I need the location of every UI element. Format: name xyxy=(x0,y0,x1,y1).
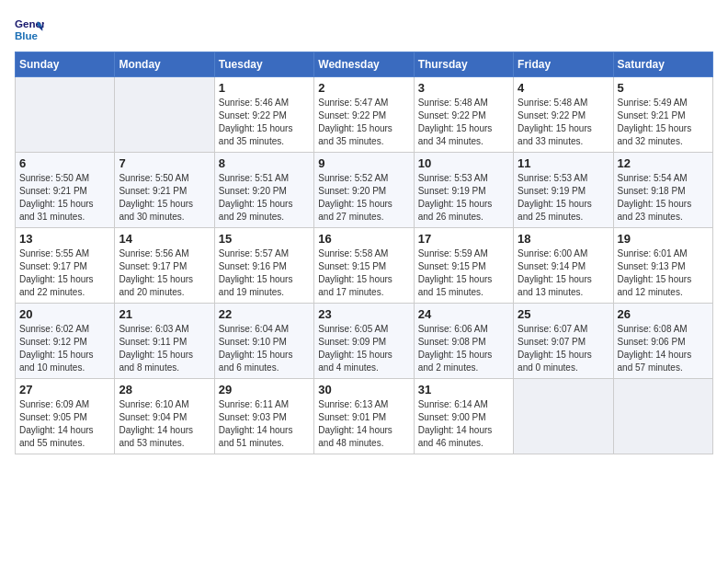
day-info: Sunrise: 5:53 AMSunset: 9:19 PMDaylight:… xyxy=(418,172,509,224)
day-number: 25 xyxy=(518,307,609,321)
day-info: Sunrise: 5:48 AMSunset: 9:22 PMDaylight:… xyxy=(418,97,509,148)
page-header: General Blue xyxy=(15,15,713,44)
day-number: 11 xyxy=(518,156,609,170)
day-number: 31 xyxy=(418,383,509,396)
calendar-cell: 21Sunrise: 6:03 AMSunset: 9:11 PMDayligh… xyxy=(115,304,214,379)
day-number: 9 xyxy=(318,156,409,170)
day-number: 6 xyxy=(19,156,110,170)
day-number: 21 xyxy=(119,307,210,321)
calendar-week-row: 1Sunrise: 5:46 AMSunset: 9:22 PMDaylight… xyxy=(16,77,713,153)
weekday-header: Tuesday xyxy=(214,52,313,77)
day-info: Sunrise: 5:52 AMSunset: 9:20 PMDaylight:… xyxy=(318,172,409,224)
calendar-cell: 15Sunrise: 5:57 AMSunset: 9:16 PMDayligh… xyxy=(214,228,313,304)
calendar-cell: 13Sunrise: 5:55 AMSunset: 9:17 PMDayligh… xyxy=(16,228,115,304)
day-number: 18 xyxy=(518,232,609,246)
calendar-cell: 8Sunrise: 5:51 AMSunset: 9:20 PMDaylight… xyxy=(214,153,313,228)
calendar-cell: 29Sunrise: 6:11 AMSunset: 9:03 PMDayligh… xyxy=(214,379,313,454)
day-number: 29 xyxy=(219,383,310,396)
day-info: Sunrise: 6:14 AMSunset: 9:00 PMDaylight:… xyxy=(418,398,509,450)
calendar-cell: 19Sunrise: 6:01 AMSunset: 9:13 PMDayligh… xyxy=(613,228,712,304)
calendar-cell: 23Sunrise: 6:05 AMSunset: 9:09 PMDayligh… xyxy=(314,304,414,379)
calendar-cell: 5Sunrise: 5:49 AMSunset: 9:21 PMDaylight… xyxy=(613,77,712,153)
calendar-cell: 27Sunrise: 6:09 AMSunset: 9:05 PMDayligh… xyxy=(16,379,115,454)
day-info: Sunrise: 5:46 AMSunset: 9:22 PMDaylight:… xyxy=(219,97,310,148)
day-number: 5 xyxy=(618,81,709,95)
day-number: 24 xyxy=(418,307,509,321)
day-number: 28 xyxy=(119,383,210,396)
day-number: 12 xyxy=(618,156,709,170)
weekday-header: Friday xyxy=(514,52,613,77)
day-number: 3 xyxy=(418,81,509,95)
day-number: 23 xyxy=(318,307,409,321)
calendar-header: SundayMondayTuesdayWednesdayThursdayFrid… xyxy=(16,52,713,77)
day-info: Sunrise: 5:51 AMSunset: 9:20 PMDaylight:… xyxy=(219,172,310,224)
day-number: 4 xyxy=(518,81,609,95)
day-number: 30 xyxy=(318,383,409,396)
day-number: 2 xyxy=(318,81,409,95)
calendar-cell xyxy=(613,379,712,454)
svg-text:Blue: Blue xyxy=(15,30,39,41)
day-info: Sunrise: 5:49 AMSunset: 9:21 PMDaylight:… xyxy=(618,97,709,148)
day-number: 16 xyxy=(318,232,409,246)
calendar-week-row: 27Sunrise: 6:09 AMSunset: 9:05 PMDayligh… xyxy=(16,379,713,454)
calendar-cell: 11Sunrise: 5:53 AMSunset: 9:19 PMDayligh… xyxy=(514,153,613,228)
weekday-header: Thursday xyxy=(414,52,513,77)
day-info: Sunrise: 6:00 AMSunset: 9:14 PMDaylight:… xyxy=(518,247,609,299)
day-info: Sunrise: 5:53 AMSunset: 9:19 PMDaylight:… xyxy=(518,172,609,224)
weekday-header: Monday xyxy=(115,52,214,77)
calendar-cell xyxy=(16,77,115,153)
calendar-cell: 2Sunrise: 5:47 AMSunset: 9:22 PMDaylight… xyxy=(314,77,414,153)
day-info: Sunrise: 6:01 AMSunset: 9:13 PMDaylight:… xyxy=(618,247,709,299)
calendar-table: SundayMondayTuesdayWednesdayThursdayFrid… xyxy=(15,52,713,454)
day-number: 22 xyxy=(219,307,310,321)
logo: General Blue xyxy=(15,15,44,44)
day-info: Sunrise: 5:50 AMSunset: 9:21 PMDaylight:… xyxy=(119,172,210,224)
day-number: 1 xyxy=(219,81,310,95)
calendar-cell: 7Sunrise: 5:50 AMSunset: 9:21 PMDaylight… xyxy=(115,153,214,228)
calendar-cell: 16Sunrise: 5:58 AMSunset: 9:15 PMDayligh… xyxy=(314,228,414,304)
day-info: Sunrise: 6:11 AMSunset: 9:03 PMDaylight:… xyxy=(219,398,310,450)
header-row: SundayMondayTuesdayWednesdayThursdayFrid… xyxy=(16,52,713,77)
day-info: Sunrise: 6:10 AMSunset: 9:04 PMDaylight:… xyxy=(119,398,210,450)
calendar-cell: 22Sunrise: 6:04 AMSunset: 9:10 PMDayligh… xyxy=(214,304,313,379)
calendar-body: 1Sunrise: 5:46 AMSunset: 9:22 PMDaylight… xyxy=(16,77,713,454)
calendar-cell: 6Sunrise: 5:50 AMSunset: 9:21 PMDaylight… xyxy=(16,153,115,228)
calendar-cell: 1Sunrise: 5:46 AMSunset: 9:22 PMDaylight… xyxy=(214,77,313,153)
day-number: 17 xyxy=(418,232,509,246)
day-info: Sunrise: 5:56 AMSunset: 9:17 PMDaylight:… xyxy=(119,247,210,299)
weekday-header: Saturday xyxy=(613,52,712,77)
day-info: Sunrise: 5:54 AMSunset: 9:18 PMDaylight:… xyxy=(618,172,709,224)
calendar-cell: 4Sunrise: 5:48 AMSunset: 9:22 PMDaylight… xyxy=(514,77,613,153)
day-info: Sunrise: 5:47 AMSunset: 9:22 PMDaylight:… xyxy=(318,97,409,148)
logo-icon: General Blue xyxy=(15,15,44,44)
calendar-cell: 9Sunrise: 5:52 AMSunset: 9:20 PMDaylight… xyxy=(314,153,414,228)
calendar-cell: 10Sunrise: 5:53 AMSunset: 9:19 PMDayligh… xyxy=(414,153,513,228)
day-info: Sunrise: 6:08 AMSunset: 9:06 PMDaylight:… xyxy=(618,323,709,374)
day-info: Sunrise: 6:09 AMSunset: 9:05 PMDaylight:… xyxy=(19,398,110,450)
calendar-cell: 24Sunrise: 6:06 AMSunset: 9:08 PMDayligh… xyxy=(414,304,513,379)
calendar-week-row: 6Sunrise: 5:50 AMSunset: 9:21 PMDaylight… xyxy=(16,153,713,228)
day-number: 10 xyxy=(418,156,509,170)
day-info: Sunrise: 5:50 AMSunset: 9:21 PMDaylight:… xyxy=(19,172,110,224)
day-info: Sunrise: 6:03 AMSunset: 9:11 PMDaylight:… xyxy=(119,323,210,374)
day-info: Sunrise: 6:02 AMSunset: 9:12 PMDaylight:… xyxy=(19,323,110,374)
calendar-cell: 14Sunrise: 5:56 AMSunset: 9:17 PMDayligh… xyxy=(115,228,214,304)
day-info: Sunrise: 6:06 AMSunset: 9:08 PMDaylight:… xyxy=(418,323,509,374)
calendar-cell: 3Sunrise: 5:48 AMSunset: 9:22 PMDaylight… xyxy=(414,77,513,153)
calendar-cell: 18Sunrise: 6:00 AMSunset: 9:14 PMDayligh… xyxy=(514,228,613,304)
day-number: 7 xyxy=(119,156,210,170)
day-info: Sunrise: 5:58 AMSunset: 9:15 PMDaylight:… xyxy=(318,247,409,299)
calendar-cell: 17Sunrise: 5:59 AMSunset: 9:15 PMDayligh… xyxy=(414,228,513,304)
day-number: 13 xyxy=(19,232,110,246)
calendar-cell: 26Sunrise: 6:08 AMSunset: 9:06 PMDayligh… xyxy=(613,304,712,379)
weekday-header: Sunday xyxy=(16,52,115,77)
day-number: 8 xyxy=(219,156,310,170)
calendar-week-row: 13Sunrise: 5:55 AMSunset: 9:17 PMDayligh… xyxy=(16,228,713,304)
day-number: 14 xyxy=(119,232,210,246)
day-info: Sunrise: 5:48 AMSunset: 9:22 PMDaylight:… xyxy=(518,97,609,148)
day-number: 19 xyxy=(618,232,709,246)
calendar-cell: 25Sunrise: 6:07 AMSunset: 9:07 PMDayligh… xyxy=(514,304,613,379)
calendar-cell: 20Sunrise: 6:02 AMSunset: 9:12 PMDayligh… xyxy=(16,304,115,379)
day-info: Sunrise: 6:07 AMSunset: 9:07 PMDaylight:… xyxy=(518,323,609,374)
calendar-week-row: 20Sunrise: 6:02 AMSunset: 9:12 PMDayligh… xyxy=(16,304,713,379)
